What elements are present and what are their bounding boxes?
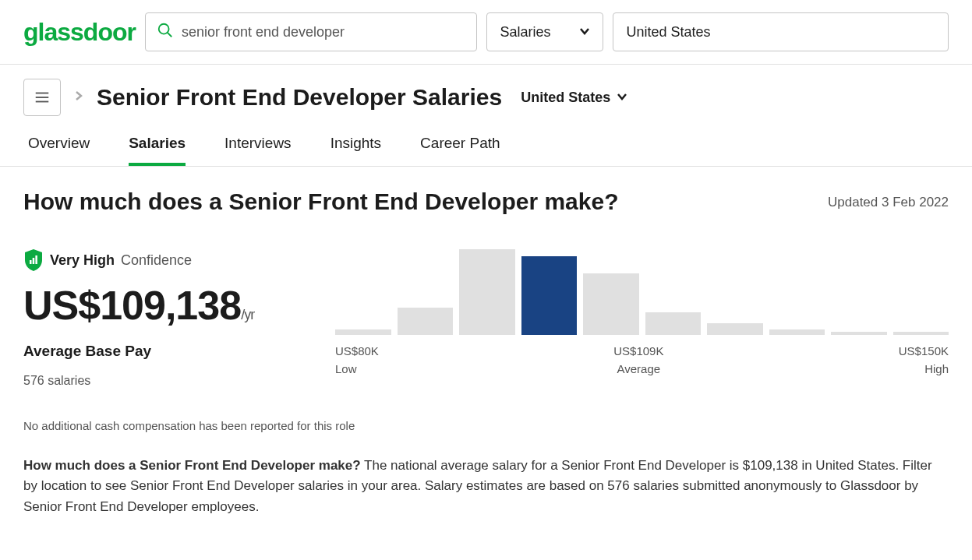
chart-bar	[831, 332, 887, 335]
salary-amount: US$109,138/yr	[23, 282, 304, 329]
search-icon	[157, 22, 174, 42]
chart-bar	[707, 323, 763, 335]
confidence-word: Confidence	[121, 252, 192, 269]
chart-bar	[769, 329, 825, 335]
search-input[interactable]	[182, 24, 466, 41]
description-paragraph: How much does a Senior Front End Develop…	[23, 456, 949, 517]
tab-career-path[interactable]: Career Path	[420, 135, 500, 166]
chevron-down-icon	[617, 90, 627, 106]
location-selector-label: United States	[521, 90, 610, 106]
chart-bar	[521, 256, 578, 335]
svg-line-1	[168, 33, 172, 37]
search-box[interactable]	[145, 12, 478, 51]
chart-low-label: US$80KLow	[335, 344, 379, 375]
shield-icon	[23, 249, 44, 271]
logo[interactable]: glassdoor	[23, 18, 136, 47]
svg-rect-6	[33, 258, 35, 264]
tab-salaries[interactable]: Salaries	[129, 135, 186, 166]
chart-bar	[893, 332, 949, 335]
confidence-level: Very High	[50, 252, 115, 269]
tab-overview[interactable]: Overview	[28, 135, 90, 166]
menu-button[interactable]	[23, 79, 61, 116]
section-heading: How much does a Senior Front End Develop…	[23, 188, 619, 215]
svg-point-0	[159, 24, 169, 34]
chart-bar	[459, 249, 515, 335]
tab-insights[interactable]: Insights	[330, 135, 381, 166]
location-selector[interactable]: United States	[521, 90, 627, 106]
tab-interviews[interactable]: Interviews	[224, 135, 292, 166]
chart-bar	[398, 308, 454, 335]
location-label: United States	[626, 24, 710, 41]
svg-rect-7	[35, 255, 37, 264]
chevron-down-icon	[579, 24, 590, 41]
page-title: Senior Front End Developer Salaries	[97, 84, 502, 111]
hamburger-icon	[34, 89, 51, 106]
salary-distribution-chart: US$80KLow US$109KAverage US$150KHigh	[335, 249, 949, 375]
updated-text: Updated 3 Feb 2022	[828, 195, 949, 210]
avg-base-label: Average Base Pay	[23, 343, 304, 360]
chart-high-label: US$150KHigh	[899, 344, 949, 375]
chart-bar	[583, 273, 639, 335]
salary-count: 576 salaries	[23, 374, 304, 388]
svg-rect-5	[30, 260, 32, 264]
tab-bar: OverviewSalariesInterviewsInsightsCareer…	[0, 116, 972, 167]
category-dropdown[interactable]: Salaries	[486, 12, 603, 51]
chevron-right-icon	[75, 90, 83, 104]
confidence-indicator: Very High Confidence	[23, 249, 304, 271]
chart-bar	[335, 329, 391, 335]
category-label: Salaries	[500, 24, 550, 41]
chart-avg-label: US$109KAverage	[613, 344, 663, 375]
location-dropdown[interactable]: United States	[613, 12, 949, 51]
compensation-note: No additional cash compensation has been…	[23, 419, 949, 432]
chart-bar	[645, 312, 702, 335]
